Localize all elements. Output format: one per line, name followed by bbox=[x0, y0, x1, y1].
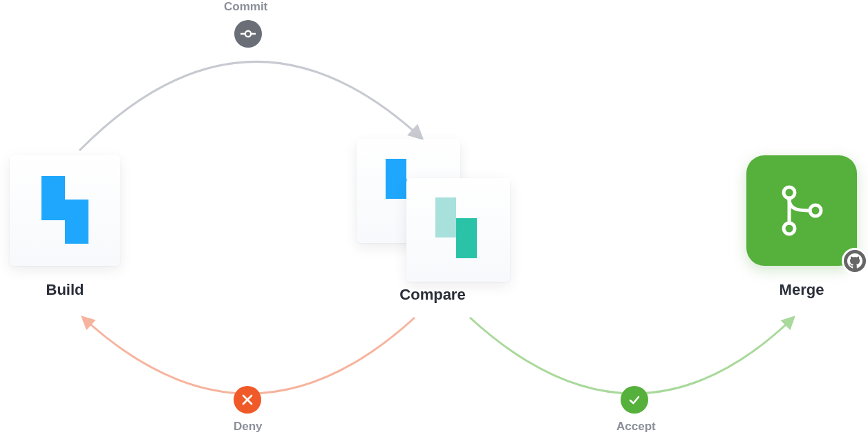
arc-label-commit: Commit bbox=[224, 0, 267, 14]
component-shape-icon bbox=[41, 176, 90, 244]
compare-tile-group bbox=[357, 139, 509, 278]
node-compare: Compare bbox=[357, 139, 509, 304]
compare-tile-after bbox=[406, 178, 510, 282]
arc-label-deny: Deny bbox=[234, 420, 263, 434]
node-merge: Merge bbox=[746, 155, 857, 299]
workflow-diagram: Build Compare bbox=[0, 0, 868, 446]
check-icon bbox=[628, 393, 641, 407]
deny-badge bbox=[234, 386, 261, 414]
merge-tile bbox=[746, 155, 857, 266]
close-icon bbox=[241, 394, 254, 406]
commit-badge bbox=[234, 20, 262, 48]
node-label-compare: Compare bbox=[399, 286, 465, 304]
node-build: Build bbox=[10, 155, 120, 299]
build-tile bbox=[10, 155, 120, 266]
accept-badge bbox=[621, 386, 648, 414]
svg-point-3 bbox=[245, 31, 251, 37]
git-merge-icon bbox=[777, 183, 827, 238]
node-label-merge: Merge bbox=[780, 281, 824, 299]
arc-label-accept: Accept bbox=[616, 420, 656, 434]
github-icon bbox=[842, 248, 868, 274]
component-shape-icon bbox=[435, 197, 480, 260]
commit-icon bbox=[240, 26, 256, 41]
node-label-build: Build bbox=[46, 281, 84, 299]
